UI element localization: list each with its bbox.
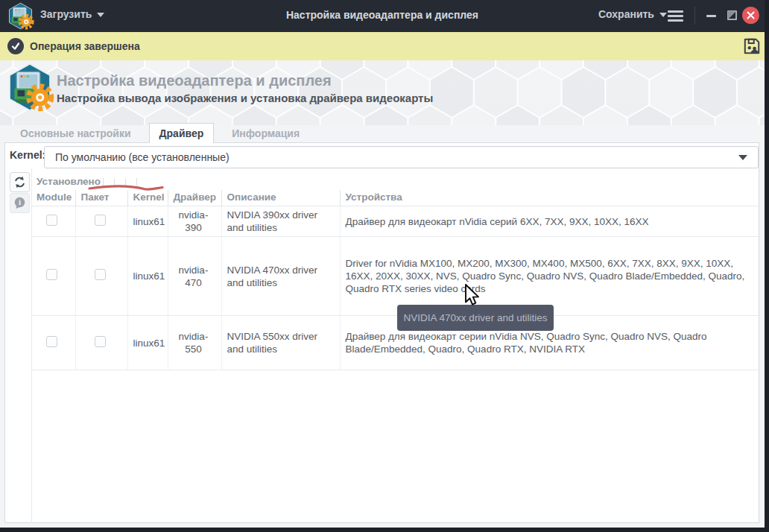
cell-devices: Драйвер для видеокарт nVidia серий 6XX, …	[340, 206, 760, 237]
chevron-down-icon	[97, 13, 104, 17]
kernel-label: Kernel:	[10, 149, 45, 161]
col-devices[interactable]: Устройства	[340, 190, 760, 206]
cell-driver: nvidia-390	[168, 206, 221, 237]
refresh-icon	[13, 175, 27, 189]
cell-driver: nvidia-470	[168, 237, 221, 316]
refresh-button[interactable]	[10, 172, 30, 192]
notification-bar: Операция завершена	[0, 32, 765, 60]
kernel-select-value: По умолчанию (все установленные)	[55, 151, 230, 163]
close-button[interactable]	[742, 7, 759, 24]
cell-devices: Driver for nVidia MX100, MX200, MX300, M…	[340, 237, 760, 316]
header-tick	[103, 178, 104, 187]
save-button-label: Сохранить	[598, 8, 654, 20]
header-tick	[136, 178, 137, 187]
close-icon	[747, 11, 755, 19]
chevron-down-icon	[738, 155, 747, 160]
module-checkbox[interactable]	[46, 336, 57, 347]
tab-general-settings[interactable]: Основные настройки	[10, 123, 141, 143]
package-checkbox[interactable]	[95, 215, 106, 226]
module-checkbox[interactable]	[46, 269, 57, 280]
save-profile-icon[interactable]	[742, 37, 762, 56]
table-row: linux61 nvidia-470 NVIDIA 470xx driver a…	[31, 237, 760, 316]
app-icon	[7, 2, 34, 30]
minimize-button[interactable]	[706, 15, 716, 17]
app-window: Загрузить Настройка видеоадаптера и дисп…	[0, 0, 765, 528]
menu-button[interactable]	[668, 10, 683, 25]
page-header: Настройка видеоадаптера и дисплея Настро…	[0, 60, 765, 125]
success-check-icon	[7, 38, 24, 54]
titlebar-separator	[694, 7, 695, 25]
app-icon-large	[5, 63, 54, 112]
col-package[interactable]: Пакет	[75, 190, 127, 206]
cell-description: NVIDIA 470xx driver and utilities	[221, 237, 340, 316]
kernel-select[interactable]: По умолчанию (все установленные)	[44, 146, 759, 168]
cell-driver: nvidia-550	[168, 316, 221, 370]
tooltip: NVIDIA 470xx driver and utilities	[397, 305, 554, 331]
cell-kernel: linux61	[127, 206, 168, 237]
cell-description: NVIDIA 390xx driver and utilities	[221, 206, 340, 237]
svg-text:i: i	[19, 199, 21, 206]
load-button[interactable]: Загрузить	[40, 8, 104, 20]
col-module[interactable]: Module	[31, 190, 75, 206]
package-checkbox[interactable]	[95, 336, 106, 347]
load-button-label: Загрузить	[40, 8, 92, 20]
cell-kernel: linux61	[127, 237, 168, 316]
drivers-table: Module Пакет Kernel Драйвер Описание Уст…	[31, 190, 760, 370]
cell-description: NVIDIA 550xx driver and utilities	[221, 316, 340, 370]
titlebar: Загрузить Настройка видеоадаптера и дисп…	[0, 0, 765, 32]
col-kernel[interactable]: Kernel	[127, 190, 168, 206]
tab-bar: Основные настройки Драйвер Информация	[10, 123, 309, 143]
notification-message: Операция завершена	[30, 40, 140, 52]
driver-tab-panel: Kernel: По умолчанию (все установленные)…	[4, 142, 759, 523]
chevron-down-icon	[659, 13, 667, 17]
module-checkbox[interactable]	[46, 215, 57, 226]
package-checkbox[interactable]	[95, 269, 106, 280]
save-button[interactable]: Сохранить	[598, 8, 667, 20]
table-row: linux61 nvidia-390 NVIDIA 390xx driver a…	[31, 206, 760, 237]
info-icon: i	[13, 197, 26, 209]
page-subtitle: Настройка вывода изображения и установка…	[57, 92, 433, 104]
col-description[interactable]: Описание	[221, 190, 340, 206]
header-tick	[125, 178, 126, 187]
tab-information[interactable]: Информация	[222, 123, 309, 143]
col-driver[interactable]: Драйвер	[168, 190, 221, 206]
header-tick	[114, 178, 115, 187]
page-title: Настройка видеоадаптера и дисплея	[57, 72, 332, 89]
table-header-row: Module Пакет Kernel Драйвер Описание Уст…	[31, 190, 760, 206]
installed-group-header: Установлено	[37, 176, 101, 187]
cell-kernel: linux61	[127, 316, 168, 370]
tab-driver[interactable]: Драйвер	[149, 123, 215, 143]
restore-button[interactable]	[727, 10, 737, 20]
info-button[interactable]: i	[10, 193, 30, 213]
table-row: linux61 nvidia-550 NVIDIA 550xx driver a…	[31, 316, 760, 370]
